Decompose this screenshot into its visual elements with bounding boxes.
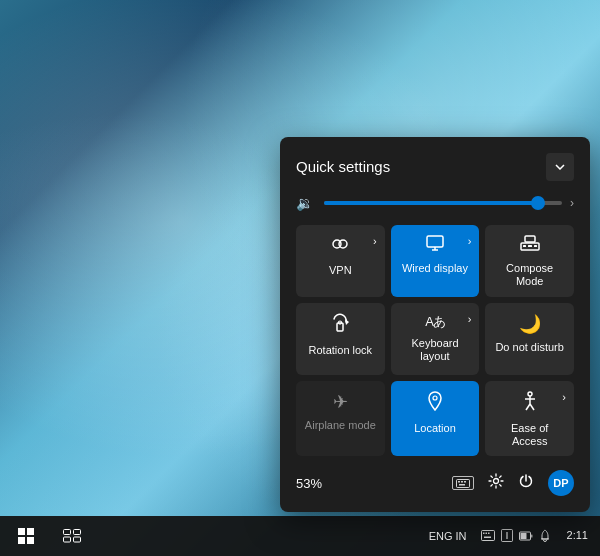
taskbar-clock[interactable]: 2:11 — [561, 529, 594, 542]
svg-rect-33 — [484, 537, 491, 539]
airplane-mode-icon: ✈ — [333, 391, 348, 413]
tile-airplane-mode[interactable]: ✈ Airplane mode — [296, 381, 385, 456]
svg-rect-8 — [534, 245, 537, 247]
svg-point-14 — [528, 392, 532, 396]
battery-percentage: 53% — [296, 476, 322, 491]
tile-wired-display[interactable]: › Wired display — [391, 225, 480, 297]
clock-time: 2:11 — [567, 529, 588, 542]
tile-airplane-mode-icon-row: ✈ — [304, 391, 377, 413]
svg-rect-38 — [520, 533, 526, 539]
tile-do-not-disturb[interactable]: 🌙 Do not disturb — [485, 303, 574, 375]
vpn-label: VPN — [329, 264, 352, 277]
keyboard-layout-arrow-icon: › — [468, 313, 472, 325]
svg-rect-25 — [64, 530, 71, 535]
start-button[interactable] — [6, 518, 46, 554]
wired-display-label: Wired display — [402, 262, 468, 275]
windows-icon — [18, 528, 34, 544]
svg-rect-32 — [488, 533, 490, 535]
taskbar-left — [6, 518, 92, 554]
svg-rect-21 — [461, 481, 463, 483]
vpn-icon — [330, 235, 350, 258]
svg-rect-23 — [459, 484, 465, 486]
location-icon — [427, 391, 443, 416]
tiles-grid: › VPN › Wired display — [296, 225, 574, 456]
svg-marker-10 — [345, 319, 349, 325]
svg-rect-20 — [458, 481, 460, 483]
tile-do-not-disturb-icon-row: 🌙 — [493, 313, 566, 335]
compose-mode-label: Compose Mode — [493, 262, 566, 288]
svg-rect-29 — [481, 531, 494, 541]
vpn-arrow-icon: › — [373, 235, 377, 247]
taskbar: ENG IN — [0, 516, 600, 556]
rotation-lock-icon — [331, 313, 349, 338]
svg-point-13 — [433, 396, 437, 400]
volume-slider[interactable] — [324, 201, 562, 205]
keyboard-bottom-icon[interactable] — [452, 476, 474, 490]
network-tray-icon — [501, 529, 513, 543]
svg-line-17 — [526, 404, 530, 410]
quick-settings-title: Quick settings — [296, 158, 390, 175]
tile-compose-mode-icon-row — [493, 235, 566, 256]
tile-vpn[interactable]: › VPN — [296, 225, 385, 297]
compose-mode-icon — [520, 235, 540, 256]
svg-rect-22 — [464, 481, 466, 483]
keyboard-layout-label: Keyboard layout — [399, 337, 472, 363]
svg-line-18 — [530, 404, 534, 410]
svg-rect-37 — [531, 535, 533, 538]
svg-point-1 — [339, 240, 347, 248]
svg-rect-31 — [485, 533, 487, 535]
volume-thumb[interactable] — [531, 196, 545, 210]
notification-tray-icon — [539, 529, 551, 543]
tile-wired-display-icon-row — [399, 235, 472, 256]
location-label: Location — [414, 422, 456, 435]
tile-ease-of-access[interactable]: › Ease of Access — [485, 381, 574, 456]
volume-icon: 🔉 — [296, 195, 316, 211]
quick-settings-panel: Quick settings 🔉 › › VPN — [280, 137, 590, 512]
tile-location[interactable]: Location — [391, 381, 480, 456]
quick-settings-header: Quick settings — [296, 153, 574, 181]
taskbar-right: ENG IN — [425, 529, 594, 543]
battery-tray-icon — [519, 529, 533, 543]
tile-keyboard-layout[interactable]: Aあ › Keyboard layout — [391, 303, 480, 375]
volume-expand-arrow[interactable]: › — [570, 196, 574, 210]
task-view-button[interactable] — [52, 518, 92, 554]
tile-compose-mode[interactable]: Compose Mode — [485, 225, 574, 297]
collapse-button[interactable] — [546, 153, 574, 181]
taskbar-notification-icons — [475, 529, 557, 543]
airplane-mode-label: Airplane mode — [305, 419, 376, 432]
do-not-disturb-icon: 🌙 — [519, 313, 541, 335]
language-indicator: ENG IN — [425, 530, 471, 542]
do-not-disturb-label: Do not disturb — [495, 341, 563, 354]
bottom-icons-row: DP — [452, 470, 574, 496]
volume-row: 🔉 › — [296, 195, 574, 211]
keyboard-layout-icon: Aあ — [425, 313, 445, 331]
svg-rect-2 — [427, 236, 443, 247]
settings-bottom-icon[interactable] — [488, 473, 504, 493]
svg-rect-30 — [483, 533, 485, 535]
power-bottom-icon[interactable] — [518, 473, 534, 493]
quick-settings-bottom: 53% — [296, 470, 574, 496]
svg-rect-9 — [525, 236, 535, 242]
tile-location-icon-row — [399, 391, 472, 416]
svg-rect-26 — [74, 530, 81, 535]
svg-rect-27 — [64, 537, 71, 542]
tile-ease-of-access-icon-row — [493, 391, 566, 416]
rotation-lock-label: Rotation lock — [309, 344, 373, 357]
ease-of-access-label: Ease of Access — [493, 422, 566, 448]
svg-rect-7 — [528, 245, 532, 247]
user-avatar[interactable]: DP — [548, 470, 574, 496]
svg-rect-6 — [523, 245, 526, 247]
tile-vpn-icon-row — [304, 235, 377, 258]
ease-of-access-arrow-icon: › — [562, 391, 566, 403]
svg-rect-19 — [457, 479, 470, 487]
svg-point-24 — [494, 479, 499, 484]
ease-of-access-icon — [521, 391, 539, 416]
tile-rotation-lock-icon-row — [304, 313, 377, 338]
tile-rotation-lock[interactable]: Rotation lock — [296, 303, 385, 375]
volume-fill — [324, 201, 538, 205]
tile-keyboard-layout-icon-row: Aあ — [399, 313, 472, 331]
wired-display-icon — [425, 235, 445, 256]
wired-display-arrow-icon: › — [468, 235, 472, 247]
svg-rect-28 — [74, 537, 81, 542]
keyboard-tray-icon — [481, 530, 495, 542]
